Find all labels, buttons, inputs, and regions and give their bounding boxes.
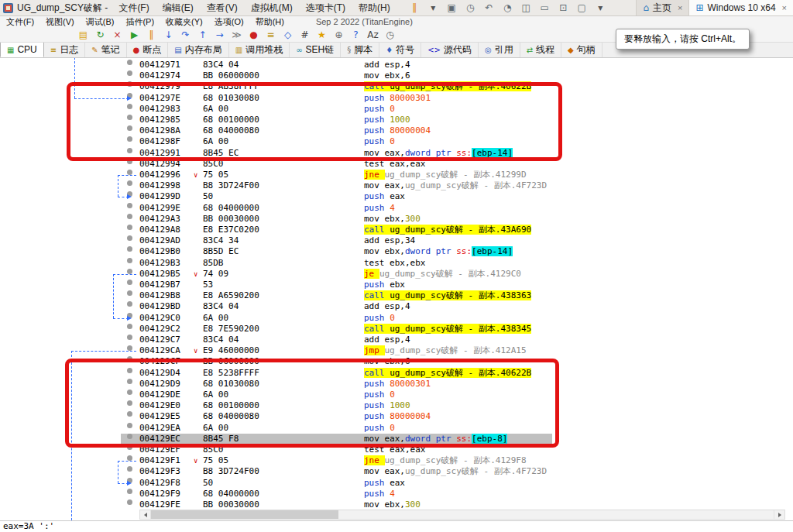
breakpoint-dot[interactable] — [127, 368, 132, 373]
breakpoint-dot[interactable] — [127, 280, 132, 285]
disasm-row[interactable]: 0041298F 6A 00 push 0 — [0, 136, 793, 147]
disasm-row[interactable]: 004129D4 E8 5238FFFF call ug_dump_scy破解 … — [0, 368, 793, 379]
debugger-menu-item[interactable]: 插件(P) — [125, 16, 154, 28]
breakpoint-dot[interactable] — [127, 356, 132, 362]
settings-icon[interactable]: ⊕ — [333, 29, 345, 41]
calculator-icon[interactable]: # — [299, 29, 311, 41]
breakpoint-dot[interactable] — [127, 400, 132, 406]
tab-script[interactable]: § 脚本 — [341, 42, 379, 57]
pause-caret-icon[interactable]: ▾ — [427, 0, 439, 15]
disasm-row[interactable]: 004129E0 68 00100000 push 1000 — [0, 400, 793, 411]
tab-breakpoints[interactable]: ● 断点 — [127, 42, 169, 57]
breakpoint-dot[interactable] — [127, 60, 132, 65]
disasm-row[interactable]: 00412985 68 00100000 push 1000 — [0, 115, 793, 125]
revert-snapshot-icon[interactable]: ↶ — [483, 0, 495, 15]
breakpoint-dot[interactable] — [127, 170, 132, 175]
disasm-row[interactable]: 004129DE 6A 00 push 0 — [0, 390, 793, 400]
breakpoint-dot[interactable] — [127, 499, 132, 505]
disasm-row[interactable]: 004129F3 B8 3D724F00 mov eax,ug_dump_scy… — [0, 466, 793, 477]
scroll-right-button[interactable] — [774, 510, 784, 519]
disasm-row[interactable]: 004129AD 83C4 34 add esp,34 — [0, 235, 793, 246]
tab-windows-10-x64[interactable]: ⊞ Windows 10 x64 × — [688, 0, 793, 15]
disasm-row[interactable]: 004129EA 6A 00 push 0 — [0, 423, 793, 434]
snapshot-icon[interactable]: ◷ — [465, 0, 476, 15]
disasm-row[interactable]: 0041297E 68 01030080 push 80000301 — [0, 93, 793, 104]
breakpoint-dot[interactable] — [127, 148, 132, 153]
breakpoint-dot[interactable] — [127, 115, 132, 120]
monitor-dropdown-icon[interactable]: ▢ — [576, 0, 588, 15]
tab-cpu[interactable]: ▦ CPU — [0, 42, 44, 57]
close-icon[interactable]: × — [678, 3, 682, 12]
run-icon[interactable]: ▶ — [129, 29, 140, 41]
breakpoint-dot[interactable] — [127, 104, 132, 109]
vmware-menu-item[interactable]: 文件(F) — [118, 2, 149, 15]
case-icon[interactable]: Az — [367, 29, 379, 41]
breakpoint-dot[interactable] — [127, 214, 132, 219]
disasm-row[interactable]: 00412979 E8 AB38FFFF call ug_dump_scy破解 … — [0, 81, 793, 92]
breakpoint-dot[interactable] — [127, 269, 132, 274]
tab-seh[interactable]: ∞ SEH链 — [290, 42, 341, 57]
pause-icon[interactable]: ‖ — [146, 29, 157, 41]
debugger-menu-item[interactable]: 文件(F) — [6, 16, 34, 28]
disasm-row[interactable]: 0041298A 68 04000080 push 80000004 — [0, 125, 793, 136]
breakpoint-dot[interactable] — [127, 136, 132, 142]
show-library-icon[interactable]: ◫ — [520, 0, 532, 15]
breakpoint-dot[interactable] — [127, 335, 132, 340]
disasm-row[interactable]: 00412974 BB 06000000 mov ebx,6 — [0, 70, 793, 81]
disasm-row[interactable]: 004129D9 68 01030080 push 80000301 — [0, 379, 793, 390]
step-over-icon[interactable]: ↷ — [180, 29, 191, 41]
restart-icon[interactable]: ↻ — [94, 29, 106, 41]
debugger-menu-item[interactable]: 帮助(H) — [256, 16, 284, 28]
tab-home[interactable]: ⌂ 主页 × — [636, 0, 688, 15]
disasm-row[interactable]: 004129A3 BB 00030000 mov ebx,300 — [0, 214, 793, 225]
vmware-menu-item[interactable]: 虚拟机(M) — [251, 2, 293, 15]
breakpoint-dot[interactable] — [127, 203, 132, 208]
breakpoint-dot[interactable] — [127, 191, 132, 197]
fullscreen-icon[interactable]: ⊡ — [558, 0, 569, 15]
graph-icon[interactable]: ◇ — [282, 29, 294, 41]
disasm-row[interactable]: 004129CF BB 06000000 mov ebx,6 — [0, 356, 793, 367]
breakpoint-dot[interactable] — [127, 290, 132, 296]
tab-threads[interactable]: ⇄ 线程 — [520, 42, 561, 57]
debugger-menu-item[interactable]: 视图(V) — [46, 16, 74, 28]
console-view-icon[interactable]: ▭ — [539, 0, 551, 15]
monitor-caret-icon[interactable]: ▾ — [595, 0, 606, 15]
disasm-row[interactable]: 004129A8 E8 E37C0200 call ug_dump_scy破解 … — [0, 225, 793, 235]
close-icon[interactable]: × — [782, 3, 787, 12]
pause-button[interactable]: ‖ — [409, 0, 421, 15]
manage-snapshots-icon[interactable]: ◔ — [502, 0, 513, 15]
favourites-icon[interactable]: ★ — [316, 29, 328, 41]
time-icon[interactable]: ◷ — [384, 29, 396, 41]
disasm-row[interactable]: 00412994 85C0 test eax,eax — [0, 159, 793, 170]
disasm-row[interactable]: 004129F1 75 05 jne ug_dump_scy破解 - 副本.41… — [0, 455, 793, 466]
help-icon[interactable]: ? — [350, 29, 362, 41]
disasm-row[interactable]: 004129B0 8B5D EC mov ebx,dword ptr ss:[e… — [0, 246, 793, 257]
disasm-row[interactable]: 004129BD 83C4 04 add esp,4 — [0, 301, 793, 312]
vmware-menu-item[interactable]: 查看(V) — [207, 2, 238, 15]
close-icon[interactable]: × — [112, 29, 123, 41]
disasm-row[interactable]: 004129B3 85DB test ebx,ebx — [0, 258, 793, 269]
disasm-row[interactable]: 004129B5 74 09 je ug_dump_scy破解 - 副本.412… — [0, 269, 793, 280]
disasm-row[interactable]: 004129C0 6A 00 push 0 — [0, 313, 793, 324]
tab-symbols[interactable]: ♦ 符号 — [379, 42, 421, 57]
horizontal-scrollbar[interactable] — [139, 510, 785, 520]
disasm-row[interactable]: 004129EC 8B45 F8 mov eax,dword ptr ss:[e… — [0, 434, 793, 444]
breakpoint-dot[interactable] — [127, 180, 132, 186]
breakpoint-dot[interactable] — [127, 125, 132, 131]
vmware-menu-item[interactable]: 编辑(E) — [163, 2, 194, 15]
disasm-row[interactable]: 00412971 83C4 04 add esp,4 — [0, 60, 793, 70]
tab-log[interactable]: ≡ 日志 — [44, 42, 85, 57]
scroll-left-button[interactable] — [140, 510, 151, 519]
step-out-icon[interactable]: ↑ — [197, 29, 208, 41]
disasm-row[interactable]: 004129F9 68 04000000 push 4 — [0, 489, 793, 499]
breakpoint-dot[interactable] — [127, 235, 132, 241]
disasm-row[interactable]: 00412996 75 05 jne ug_dump_scy破解 - 副本.41… — [0, 170, 793, 180]
vmware-menu-item[interactable]: 选项卡(T) — [306, 2, 345, 15]
disasm-row[interactable]: 004129E5 68 04000080 push 80000004 — [0, 411, 793, 422]
breakpoint-dot[interactable] — [127, 455, 132, 461]
disasm-row[interactable]: 004129B8 E8 A6590200 call ug_dump_scy破解 … — [0, 290, 793, 301]
scrollbar-thumb[interactable] — [151, 510, 338, 519]
disasm-row[interactable]: 00412998 B8 3D724F00 mov eax,ug_dump_scy… — [0, 180, 793, 191]
breakpoint-dot[interactable] — [127, 81, 132, 87]
breakpoint-dot[interactable] — [127, 258, 132, 263]
